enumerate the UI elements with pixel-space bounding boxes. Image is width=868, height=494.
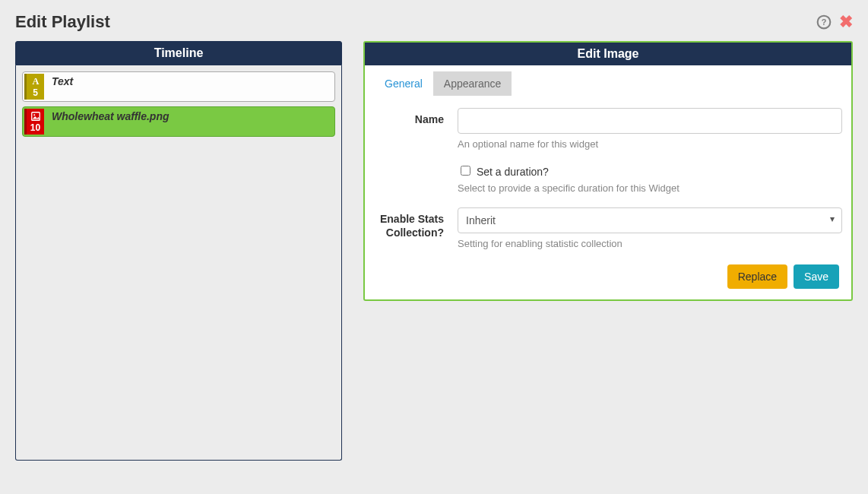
duration-checkbox[interactable] (461, 166, 470, 176)
image-duration: 10 (30, 122, 40, 133)
svg-text:?: ? (822, 17, 827, 27)
duration-help: Select to provide a specific duration fo… (458, 182, 842, 194)
button-row: Replace Save (374, 263, 842, 289)
text-badge: A 5 (24, 74, 44, 100)
edit-header: Edit Image (365, 43, 851, 65)
modal-body: Timeline A 5 Text 10 Wholewheat waffle.p… (0, 41, 868, 476)
timeline-item-text[interactable]: A 5 Text (22, 71, 335, 102)
timeline-panel: Timeline A 5 Text 10 Wholewheat waffle.p… (15, 41, 342, 461)
text-duration: 5 (33, 87, 38, 98)
help-icon[interactable]: ? (816, 14, 832, 30)
name-help: An optional name for this widget (458, 138, 842, 150)
save-button[interactable]: Save (794, 264, 839, 289)
stats-select[interactable]: Inherit (458, 207, 842, 233)
form-row-duration: Set a duration? Select to provide a spec… (374, 163, 842, 194)
image-type-icon (30, 111, 41, 122)
text-type-icon: A (30, 76, 41, 87)
timeline-body: A 5 Text 10 Wholewheat waffle.png (15, 65, 342, 461)
form-row-stats: Enable Stats Collection? Inherit Setting… (374, 207, 842, 249)
modal-title: Edit Playlist (15, 12, 110, 32)
close-icon[interactable]: ✖ (839, 14, 853, 30)
timeline-header: Timeline (15, 41, 342, 65)
form-row-name: Name An optional name for this widget (374, 108, 842, 150)
modal-controls: ? ✖ (816, 14, 853, 30)
replace-button[interactable]: Replace (727, 264, 787, 289)
stats-label: Enable Stats Collection? (374, 207, 458, 249)
edit-image-panel: Edit Image General Appearance Name An op… (363, 41, 853, 301)
svg-rect-3 (31, 112, 40, 120)
timeline-item-image[interactable]: 10 Wholewheat waffle.png (22, 106, 335, 137)
image-badge: 10 (24, 109, 44, 135)
svg-point-4 (33, 114, 35, 116)
stats-help: Setting for enabling statistic collectio… (458, 238, 842, 249)
timeline-item-label: Text (46, 72, 334, 101)
name-label: Name (374, 108, 458, 150)
timeline-item-label: Wholewheat waffle.png (46, 107, 334, 136)
tab-general[interactable]: General (374, 71, 433, 96)
modal-header: Edit Playlist ? ✖ (0, 0, 868, 41)
svg-text:A: A (32, 76, 39, 87)
tab-appearance[interactable]: Appearance (433, 71, 512, 96)
edit-playlist-modal: Edit Playlist ? ✖ Timeline A 5 Text (0, 0, 868, 494)
duration-checkbox-label[interactable]: Set a duration? (458, 166, 549, 178)
tabs: General Appearance (374, 71, 842, 96)
name-input[interactable] (458, 108, 842, 134)
edit-body: General Appearance Name An optional name… (365, 65, 851, 299)
